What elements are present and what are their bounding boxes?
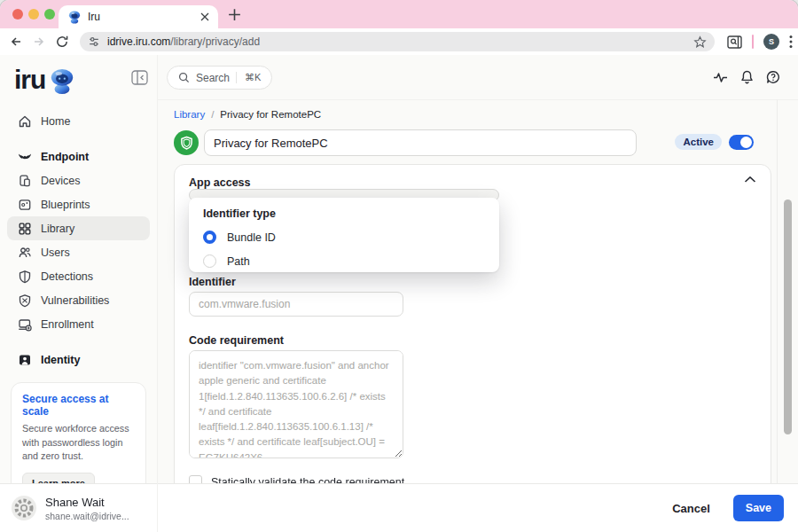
section-title: App access <box>189 176 250 189</box>
profile-divider <box>752 35 754 49</box>
window-close-button[interactable] <box>12 9 23 20</box>
activity-pulse-icon[interactable] <box>713 71 728 84</box>
search-placeholder: Search <box>196 72 230 84</box>
breadcrumb: Library / Privacy for RemotePC <box>174 109 321 120</box>
browser-tab-strip: Iru <box>0 0 798 28</box>
radio-selected-icon[interactable] <box>203 231 216 244</box>
devices-icon <box>18 174 32 188</box>
scrollbar-thumb[interactable] <box>784 200 792 434</box>
promo-title: Secure access at scale <box>22 393 135 418</box>
identity-badge-icon <box>18 353 32 367</box>
cancel-button[interactable]: Cancel <box>667 501 716 516</box>
enrollment-icon <box>18 317 32 332</box>
endpoint-bat-icon <box>18 150 32 164</box>
save-button[interactable]: Save <box>733 495 784 521</box>
window-minimize-button[interactable] <box>28 9 39 20</box>
library-icon <box>18 222 32 236</box>
window-zoom-button[interactable] <box>44 9 55 20</box>
main-content: Search ⌘K Library / Privacy for RemotePC <box>158 55 798 532</box>
url-bar[interactable]: idrive.iru.com/library/privacy/add <box>80 32 715 51</box>
app-header: Search ⌘K <box>158 55 798 100</box>
chevron-up-icon[interactable] <box>744 176 756 184</box>
identifier-label: Identifier <box>189 276 236 288</box>
detections-shield-icon <box>18 270 32 284</box>
identifier-type-popup: Identifier type Bundle ID Path <box>189 198 499 272</box>
home-icon <box>18 114 32 129</box>
sidebar-item-home[interactable]: Home <box>0 109 157 133</box>
side-panel-search-icon[interactable] <box>727 35 742 49</box>
sidebar-section-endpoint[interactable]: Endpoint <box>0 145 157 168</box>
form-footer: Cancel Save <box>158 483 798 532</box>
users-icon <box>18 246 32 260</box>
reload-button[interactable] <box>55 35 69 49</box>
sidebar-item-enrollment[interactable]: Enrollment <box>0 312 157 336</box>
search-icon <box>178 72 190 83</box>
sidebar-item-vulnerabilities[interactable]: Vulnerabilities <box>0 288 157 312</box>
radio-unselected-icon[interactable] <box>203 254 216 268</box>
sidebar-section-identity[interactable]: Identity <box>0 348 157 372</box>
sidebar-item-devices[interactable]: Devices <box>0 168 157 192</box>
browser-toolbar: idrive.iru.com/library/privacy/add S <box>0 28 798 55</box>
tab-title: Iru <box>88 11 200 23</box>
user-email: shane.wait@idrive... <box>45 511 129 521</box>
scrollbar-track[interactable] <box>777 99 778 483</box>
user-avatar <box>11 495 37 521</box>
browser-menu-kebab-icon[interactable] <box>789 35 793 49</box>
radio-option-bundle-id[interactable]: Bundle ID <box>203 231 485 244</box>
vulnerabilities-shield-icon <box>18 293 32 308</box>
url-text: idrive.iru.com/library/privacy/add <box>107 35 693 48</box>
site-info-icon[interactable] <box>88 35 100 48</box>
status-badge: Active <box>675 134 722 150</box>
app-access-card: App access Identifier type Bundle ID Pat… <box>174 164 771 532</box>
search-shortcut: ⌘K <box>236 72 261 83</box>
iru-mascot-icon <box>48 68 76 95</box>
sidebar-item-users[interactable]: Users <box>0 240 157 264</box>
sidebar-collapse-button[interactable] <box>131 70 148 85</box>
breadcrumb-library-link[interactable]: Library <box>174 109 205 120</box>
help-chat-icon[interactable] <box>766 70 780 84</box>
search-input[interactable]: Search ⌘K <box>167 66 272 90</box>
breadcrumb-current: Privacy for RemotePC <box>220 109 321 120</box>
active-toggle[interactable] <box>729 135 754 150</box>
sidebar-nav: Home Endpoint Devices Blueprints Library <box>0 109 157 372</box>
forward-button[interactable] <box>32 35 46 49</box>
sidebar-item-detections[interactable]: Detections <box>0 264 157 288</box>
toggle-knob <box>740 137 752 148</box>
sidebar-item-blueprints[interactable]: Blueprints <box>0 192 157 216</box>
user-footer[interactable]: Shane Wait shane.wait@idrive... <box>0 483 158 532</box>
code-requirement-textarea[interactable] <box>189 350 403 458</box>
identifier-input[interactable] <box>189 292 403 317</box>
sidebar: iru <box>0 55 158 532</box>
radio-option-path[interactable]: Path <box>203 254 485 268</box>
iru-logo: iru <box>14 66 45 93</box>
policy-name-input[interactable] <box>204 129 637 156</box>
identifier-type-label: Identifier type <box>203 207 485 220</box>
bookmark-star-icon[interactable] <box>693 35 707 49</box>
blueprints-icon <box>18 198 32 212</box>
breadcrumb-separator: / <box>211 109 214 120</box>
back-button[interactable] <box>9 35 23 49</box>
notifications-bell-icon[interactable] <box>740 70 754 84</box>
title-row: Active <box>174 129 778 156</box>
browser-window: Iru idrive.iru.com/library/privacy/add <box>0 0 798 532</box>
browser-tab[interactable]: Iru <box>59 5 218 28</box>
privacy-shield-icon <box>174 130 199 155</box>
iru-favicon <box>67 11 82 24</box>
user-name: Shane Wait <box>45 496 129 509</box>
tab-close-icon[interactable] <box>200 12 209 21</box>
new-tab-button[interactable] <box>227 7 242 22</box>
promo-body: Secure workforce access with passwordles… <box>22 422 135 464</box>
browser-profile-avatar[interactable]: S <box>763 34 779 50</box>
sidebar-item-library[interactable]: Library <box>7 216 150 240</box>
code-requirement-label: Code requirement <box>189 334 284 347</box>
